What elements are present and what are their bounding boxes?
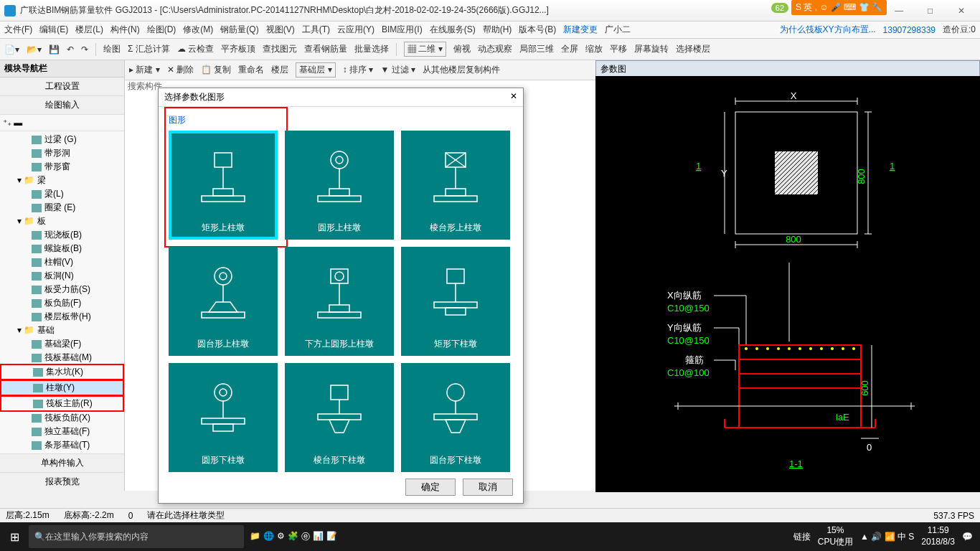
shape-card[interactable]: 圆台形上柱墩 — [169, 247, 278, 356]
help-link[interactable]: 为什么筏板XY方向布置... — [780, 24, 876, 36]
tree-node[interactable]: 圈梁 (E) — [0, 201, 124, 215]
cancel-button[interactable]: 取消 — [463, 479, 513, 496]
tree-node[interactable]: 梁(L) — [0, 187, 124, 201]
menu-online[interactable]: 在线服务(S) — [430, 24, 476, 36]
nav-tab-single[interactable]: 单构件输入 — [0, 453, 124, 472]
menu-file[interactable]: 文件(F) — [4, 24, 32, 36]
menu-view[interactable]: 视图(V) — [266, 24, 295, 36]
svg-rect-91 — [202, 418, 245, 424]
tree-node[interactable]: 柱墩(Y) — [1, 381, 123, 395]
shape-card[interactable]: 圆形下柱墩 — [169, 363, 278, 472]
ime-bar[interactable]: S 英 , ☺ 🎤 ⌨ 👕 🔧 — [791, 0, 887, 15]
menu-help[interactable]: 帮助(H) — [483, 24, 512, 36]
filter-button[interactable]: ▼ 过滤 ▾ — [380, 64, 415, 76]
search-input[interactable]: 搜索构件 — [128, 80, 162, 93]
fullscreen-button[interactable]: 全屏 — [561, 43, 578, 55]
tree-node[interactable]: 带形窗 — [0, 160, 124, 174]
tree-node[interactable]: 筏板主筋(R) — [1, 397, 123, 410]
tree-node[interactable]: ▾ 📁 基础 — [0, 324, 124, 337]
pan-button[interactable]: 平移 — [610, 43, 627, 55]
system-tray[interactable]: 链接 15%CPU使用 ▲ 🔊 📶 中 S 11:592018/8/3 💬 — [786, 525, 980, 547]
new-component-button[interactable]: ▸ 新建 ▾ — [129, 64, 160, 76]
tree-node[interactable]: 带形洞 — [0, 146, 124, 160]
taskbar-apps[interactable]: 📁🌐⚙🧩ⓔ📊📝 — [244, 531, 786, 543]
nav-toolbar: ⁺₊ ▬ — [0, 115, 124, 131]
shape-card[interactable]: 下方上圆形上柱墩 — [285, 247, 394, 356]
delete-button[interactable]: ✕ 删除 — [167, 64, 194, 76]
shape-card[interactable]: 棱台形上柱墩 — [401, 131, 510, 240]
svg-rect-84 — [447, 269, 464, 283]
top-view-button[interactable]: 俯视 — [453, 43, 471, 55]
sort-button[interactable]: ↕ 排序 ▾ — [343, 64, 374, 76]
menu-component[interactable]: 构件(N) — [110, 24, 140, 36]
tree-node[interactable]: 筏板基础(M) — [0, 351, 124, 364]
new-change-button[interactable]: 新建变更 — [563, 24, 598, 36]
floor-dropdown[interactable]: 楼层 — [271, 64, 288, 76]
shape-card[interactable]: 圆形上柱墩 — [285, 131, 394, 240]
local-3d-button[interactable]: 局部三维 — [519, 43, 554, 55]
view-rebar-button[interactable]: 查看钢筋量 — [304, 43, 347, 55]
tree-node[interactable]: 楼层板带(H) — [0, 310, 124, 324]
sum-button[interactable]: Σ 汇总计算 — [128, 43, 170, 55]
dialog-close-button[interactable]: ✕ — [510, 91, 517, 103]
copy-from-floor-button[interactable]: 从其他楼层复制构件 — [423, 64, 500, 76]
nav-tree[interactable]: 过梁 (G)带形洞带形窗▾ 📁 梁梁(L)圈梁 (E)▾ 📁 板现浇板(B)螺旋… — [0, 131, 124, 453]
copy-button[interactable]: 📋 复制 — [201, 64, 231, 76]
cloud-check-button[interactable]: ☁ 云检查 — [177, 43, 214, 55]
menu-cloud[interactable]: 云应用(Y) — [337, 24, 374, 36]
zoom-button[interactable]: 缩放 — [585, 43, 603, 55]
redo-icon[interactable]: ↷ — [81, 44, 88, 55]
rotate-screen-button[interactable]: 屏幕旋转 — [634, 43, 669, 55]
shape-card[interactable]: 矩形上柱墩 — [169, 131, 278, 240]
save-icon[interactable]: 💾 — [49, 44, 60, 55]
menu-bim[interactable]: BIM应用(I) — [382, 24, 423, 36]
nav-tab-project[interactable]: 工程设置 — [0, 77, 124, 96]
rename-button[interactable]: 重命名 — [238, 64, 264, 76]
draw-button[interactable]: 绘图 — [103, 43, 121, 55]
tree-node[interactable]: 螺旋板(B) — [0, 242, 124, 255]
tree-node[interactable]: 集水坑(K) — [1, 365, 123, 379]
new-icon[interactable]: 📄▾ — [4, 44, 19, 55]
tree-node[interactable]: 条形基础(T) — [0, 438, 124, 452]
nav-tab-draw[interactable]: 绘图输入 — [0, 96, 124, 115]
start-button[interactable]: ⊞ — [0, 530, 29, 544]
shape-card[interactable]: 矩形下柱墩 — [401, 247, 510, 356]
tree-node[interactable]: 板负筋(F) — [0, 296, 124, 310]
align-top-button[interactable]: 平齐板顶 — [221, 43, 255, 55]
nav-tab-report[interactable]: 报表预览 — [0, 472, 124, 491]
tree-node[interactable]: 基础梁(F) — [0, 337, 124, 351]
undo-icon[interactable]: ↶ — [67, 44, 74, 55]
menu-modify[interactable]: 修改(M) — [183, 24, 213, 36]
tree-node[interactable]: ▾ 📁 板 — [0, 215, 124, 228]
view-mode-dropdown[interactable]: ▦ 二维 ▾ — [404, 42, 446, 57]
menu-version[interactable]: 版本号(B) — [519, 24, 556, 36]
tree-node[interactable]: 板洞(N) — [0, 269, 124, 283]
tree-node[interactable]: 现浇板(B) — [0, 228, 124, 242]
menu-rebar[interactable]: 钢筋量(Q) — [220, 24, 258, 36]
taskbar[interactable]: ⊞ 🔍 在这里输入你要搜索的内容 📁🌐⚙🧩ⓔ📊📝 链接 15%CPU使用 ▲ 🔊… — [0, 522, 980, 551]
ok-button[interactable]: 确定 — [405, 479, 456, 496]
open-icon[interactable]: 📂▾ — [27, 44, 42, 55]
find-entity-button[interactable]: 查找图元 — [263, 43, 297, 55]
tree-node[interactable]: 筏板负筋(X) — [0, 411, 124, 425]
menu-draw[interactable]: 绘图(D) — [147, 24, 176, 36]
menu-edit[interactable]: 编辑(E) — [39, 24, 68, 36]
tree-node[interactable]: 过梁 (G) — [0, 133, 124, 146]
shape-card[interactable]: 圆台形下柱墩 — [401, 363, 510, 472]
tree-node[interactable]: 独立基础(F) — [0, 425, 124, 438]
tree-node[interactable]: 柱帽(V) — [0, 255, 124, 269]
tree-node[interactable]: 板受力筋(S) — [0, 283, 124, 296]
maximize-button[interactable]: □ — [916, 6, 945, 16]
close-button[interactable]: ✕ — [947, 6, 976, 16]
taskbar-search[interactable]: 🔍 在这里输入你要搜索的内容 — [29, 525, 244, 548]
basefloor-dropdown[interactable]: 基础层 ▾ — [296, 62, 335, 77]
orbit-button[interactable]: 动态观察 — [478, 43, 512, 55]
shape-card[interactable]: 棱台形下柱墩 — [285, 363, 394, 472]
tree-node[interactable]: ▾ 📁 梁 — [0, 174, 124, 187]
menu-floor[interactable]: 楼层(L) — [75, 24, 103, 36]
minimize-button[interactable]: — — [885, 6, 913, 16]
batch-select-button[interactable]: 批量选择 — [354, 43, 389, 55]
select-floor-button[interactable]: 选择楼层 — [676, 43, 710, 55]
notification-badge[interactable]: 62 — [771, 3, 788, 13]
menu-tools[interactable]: 工具(T) — [302, 24, 330, 36]
